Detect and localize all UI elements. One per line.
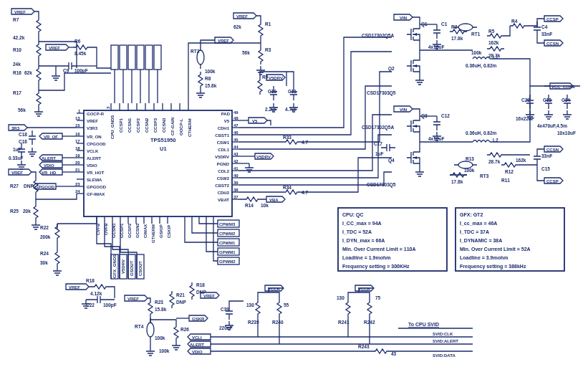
svg-text:CPGOOD: CPGOOD	[87, 142, 106, 146]
svg-text:CDH1: CDH1	[218, 126, 230, 130]
svg-text:C11: C11	[288, 89, 297, 94]
svg-text:2.2uF: 2.2uF	[265, 107, 277, 112]
cpwm-labels: CPWM2 CPWM1 GPWM1 GPWM2 CPWM3	[185, 216, 239, 264]
svg-text:C39: C39	[221, 307, 229, 312]
svg-text:39: 39	[233, 181, 238, 185]
svg-text:VR_OF: VR_OF	[44, 135, 58, 139]
svg-text:R9: R9	[262, 75, 269, 80]
svg-text:CBST1: CBST1	[215, 133, 229, 138]
svg-text:VIN: VIN	[400, 108, 407, 112]
svg-text:VDIO: VDIO	[44, 163, 54, 168]
svg-text:VCLI: VCLI	[192, 335, 202, 340]
ic-part: TPS51950	[150, 137, 175, 143]
svg-text:SVID:CLK: SVID:CLK	[433, 332, 453, 336]
svg-text:R23: R23	[155, 300, 163, 305]
svg-text:162k: 162k	[488, 40, 499, 45]
svg-text:CF-GAIN: CF-GAIN	[170, 118, 175, 135]
left-pins: GOCP-R VREF V3R3 VR_ON CPGOOD VCLK ALERT…	[75, 109, 107, 196]
svg-text:44: 44	[233, 145, 238, 149]
svg-text:C18: C18	[19, 132, 27, 137]
svg-text:GTHERM: GTHERM	[151, 224, 155, 243]
svg-text:GFX_GNDS: GFX_GNDS	[112, 254, 117, 278]
cpu-spec-title: CPU: QC	[342, 212, 364, 218]
svg-text:VREF: VREF	[11, 171, 23, 175]
svg-text:17.8k: 17.8k	[451, 179, 463, 184]
svg-text:R13: R13	[466, 156, 474, 161]
svg-text:R10: R10	[13, 47, 21, 52]
svg-text:CSW2: CSW2	[217, 176, 230, 181]
svg-text:CCSP: CCSP	[546, 179, 559, 184]
svg-text:CCSP2: CCSP2	[136, 118, 140, 133]
svg-text:R12: R12	[505, 169, 514, 174]
svg-text:C22: C22	[86, 302, 95, 308]
svg-text:VREF: VREF	[69, 285, 80, 290]
svg-text:CCSP: CCSP	[546, 17, 559, 22]
svg-text:R33: R33	[283, 135, 291, 140]
svg-text:100k: 100k	[464, 168, 475, 173]
svg-text:62k: 62k	[24, 70, 32, 75]
svg-text:R14: R14	[245, 203, 254, 208]
svg-text:I_DYN_max = 66A: I_DYN_max = 66A	[342, 238, 385, 243]
svg-text:CSD17303Q5: CSD17303Q5	[367, 182, 396, 188]
ic-body	[84, 110, 232, 216]
svg-text:33nF: 33nF	[541, 32, 552, 37]
svg-text:17.8k: 17.8k	[451, 36, 463, 41]
svg-text:CSW1: CSW1	[217, 140, 230, 145]
svg-text:CPWM2: CPWM2	[219, 232, 236, 236]
svg-text:Q4: Q4	[388, 158, 395, 163]
svg-text:Min. Over Current Limit = 110A: Min. Over Current Limit = 110A	[342, 247, 416, 252]
svg-text:45: 45	[233, 138, 238, 142]
svg-text:62k: 62k	[233, 24, 241, 29]
svg-text:33nF: 33nF	[541, 153, 552, 158]
svg-text:Frequency setting = 300KHz: Frequency setting = 300KHz	[342, 264, 410, 270]
svg-text:R18: R18	[86, 278, 95, 283]
svg-text:R17: R17	[13, 90, 21, 95]
svg-rect-79	[111, 45, 118, 70]
svg-text:CBST2: CBST2	[215, 184, 229, 188]
ic-designator: U1	[160, 146, 167, 152]
svg-text:VR_HD: VR_HD	[42, 171, 57, 175]
svg-text:CDL1: CDL1	[218, 148, 229, 152]
schematic-diagram: TPS51950 U1 GOCP-R VREF V3R3 VR_ON CPGOO…	[0, 0, 588, 367]
svg-text:Min. Over Current Limit = 52A: Min. Over Current Limit = 52A	[460, 247, 531, 252]
svg-text:43: 43	[391, 351, 397, 356]
svg-text:CCSN2: CCSN2	[145, 118, 149, 133]
svg-text:15.8k: 15.8k	[205, 83, 217, 88]
svg-text:R8: R8	[205, 76, 211, 81]
right-pins: PAD V5 CDH1 CBST1 CSW1 CDL1 V5DRV PGND C…	[215, 110, 239, 202]
svg-text:CSD17302Q5A: CSD17302Q5A	[362, 125, 394, 130]
svg-text:3R3: 3R3	[11, 126, 20, 130]
svg-text:VR_ON: VR_ON	[87, 135, 102, 139]
bottom-network: VREF R18 4.12k C22100pF VREF R2315.8k RT…	[66, 278, 473, 358]
svg-text:R18: R18	[196, 282, 205, 287]
power-phase-2: VIN Q3 CSD17302Q5A C124x10uF Q4 CSD17303…	[362, 86, 563, 188]
svg-text:R3: R3	[265, 47, 271, 52]
svg-text:10k: 10k	[261, 203, 269, 208]
svg-text:43: 43	[233, 152, 238, 156]
svg-text:SVID:ALERT: SVID:ALERT	[433, 339, 458, 343]
svg-text:49: 49	[233, 110, 238, 115]
svg-text:R16: R16	[13, 70, 21, 75]
svg-text:GF-IMAX: GF-IMAX	[87, 192, 105, 196]
svg-text:CCSP3: CCSP3	[153, 118, 158, 133]
svg-text:R27: R27	[10, 184, 19, 189]
svg-text:4.12k: 4.12k	[90, 291, 102, 296]
svg-text:SLEWA: SLEWA	[87, 178, 102, 182]
svg-text:16x22uF: 16x22uF	[516, 116, 534, 121]
svg-text:VR_HOT: VR_HOT	[87, 171, 105, 175]
svg-text:I_TDC = 37A: I_TDC = 37A	[460, 229, 489, 234]
svg-text:GPWM2: GPWM2	[219, 259, 236, 264]
svg-text:R34: R34	[283, 185, 291, 190]
svg-text:RT4: RT4	[135, 324, 144, 329]
svg-text:RT1: RT1	[471, 32, 481, 37]
svg-text:CCSN1: CCSN1	[127, 118, 132, 133]
svg-rect-80	[120, 45, 127, 70]
svg-text:RT2: RT2	[191, 49, 200, 54]
svg-text:R7: R7	[13, 17, 19, 22]
svg-text:21: 21	[75, 168, 80, 172]
svg-text:R21: R21	[176, 292, 185, 297]
svg-text:42: 42	[233, 159, 238, 163]
svg-text:37: 37	[233, 195, 238, 199]
svg-text:0.36uH, 0.82m: 0.36uH, 0.82m	[466, 130, 497, 136]
svg-text:GPGOOD: GPGOOD	[87, 185, 107, 189]
